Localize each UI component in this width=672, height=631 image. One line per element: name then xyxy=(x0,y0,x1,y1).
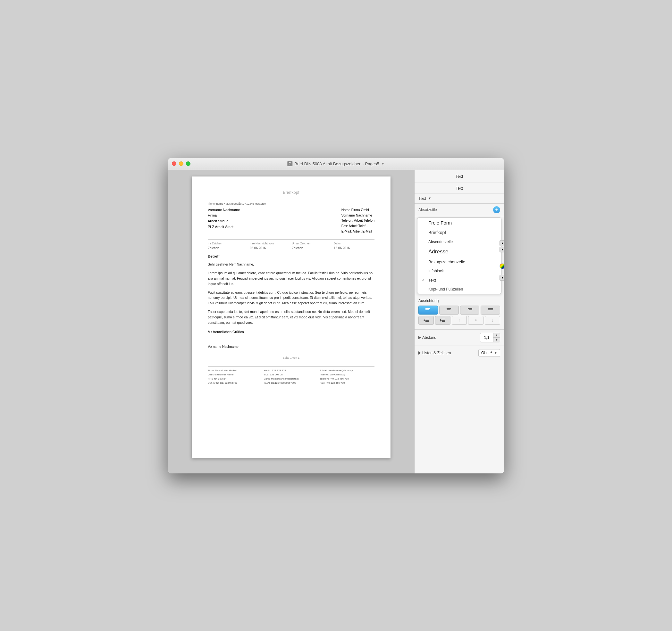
list-up-button[interactable]: ↑ xyxy=(452,316,467,325)
company-line-5: E-Mail: Arbeit E-Mail xyxy=(341,229,375,234)
footer-col-1: Firma Max Muster GmbH Geschäftsführer Na… xyxy=(208,369,263,385)
panel-title: Text xyxy=(414,170,504,183)
style-adresse[interactable]: Adresse xyxy=(417,246,501,257)
style-freie-form[interactable]: Freie Form xyxy=(417,218,501,228)
style-infoblock[interactable]: Infoblock xyxy=(417,267,501,275)
svg-rect-0 xyxy=(426,308,430,309)
style-briefkopf[interactable]: Briefkopf xyxy=(417,228,501,237)
maximize-button[interactable] xyxy=(186,161,190,166)
footer-col-2: Konto: 123 123 123 BLZ: 123 007 08 Bank:… xyxy=(264,369,319,385)
document-page[interactable]: Briefkopf Firmenname • Musterstraße 1 • … xyxy=(192,176,390,458)
align-justify-button[interactable] xyxy=(481,306,500,314)
bezug-nachricht-label: Ihre Nachricht vom xyxy=(250,242,290,246)
checkmark-absenderzeile xyxy=(422,239,426,244)
abstand-triangle[interactable] xyxy=(418,336,421,339)
style-dropdown-list: Freie Form Briefkopf Absenderzeile Adres… xyxy=(417,218,501,294)
company-line-2: Vorname Nachname xyxy=(341,213,375,218)
page-number: Seite 1 von 1 xyxy=(208,356,375,360)
paragraph-1: Lorem ipsum ad qui amet dolore, vitae ce… xyxy=(208,270,375,286)
abstand-stepper[interactable]: 1,1 ▲ ▼ xyxy=(480,333,500,343)
company-line-3: Telefon: Arbeit Telefon xyxy=(341,218,375,223)
svg-rect-4 xyxy=(447,309,451,310)
style-text[interactable]: ✓ Text xyxy=(417,275,501,285)
bezug-unser-zeichen-label: Unser Zeichen xyxy=(292,242,333,246)
footer-bank: Bank: Musterbank Musterstadt xyxy=(264,377,319,381)
add-style-button[interactable]: + xyxy=(493,206,500,213)
betreff: Betreff xyxy=(208,254,375,259)
abstand-label: Abstand xyxy=(418,335,477,340)
svg-rect-7 xyxy=(469,309,472,310)
titlebar: 7 Brief DIN 5008 A mit Bezugszeichen - P… xyxy=(168,158,504,170)
footer-col-3: E-Mail: mustermax@firma.xy Internet: www… xyxy=(320,369,375,385)
style-bezugszeichenzeile[interactable]: Bezugszeichenzeile xyxy=(417,257,501,267)
bezug-nachricht: Ihre Nachricht vom 08.06.2016 xyxy=(250,242,290,251)
align-right-button[interactable] xyxy=(460,306,480,314)
footer-ustid: USt-ID Nr. DE-123456789 xyxy=(208,381,263,385)
window-title: 7 Brief DIN 5008 A mit Bezugszeichen - P… xyxy=(287,161,384,166)
tab-text[interactable]: Text xyxy=(417,184,501,193)
bezug-nachricht-value: 08.06.2016 xyxy=(250,246,266,250)
color-picker-button[interactable] xyxy=(500,263,504,269)
checkmark-kopf-fuss xyxy=(422,287,426,292)
svg-rect-9 xyxy=(488,308,493,309)
list-down-button[interactable]: ↓ xyxy=(485,316,500,325)
indent-increase-button[interactable] xyxy=(435,316,451,325)
listen-section: Listen & Zeichen Ohne* ▼ xyxy=(414,346,504,360)
bezug-datum-value: 15.06.2016 xyxy=(334,246,350,250)
scroll-down-button[interactable]: ▼ xyxy=(500,247,504,252)
align-left-button[interactable] xyxy=(418,306,438,314)
right-panel: Text Text Text ▼ Absatzstile + Fr xyxy=(414,170,504,473)
text-style-arrow[interactable]: ▼ xyxy=(428,196,432,200)
absender-zeile: Firmenname • Musterstraße 1 • 12345 Must… xyxy=(208,202,375,206)
main-content: Briefkopf Firmenname • Musterstraße 1 • … xyxy=(168,170,504,473)
indent-decrease-button[interactable] xyxy=(418,316,434,325)
style-kopf-fuss[interactable]: Kopf- und Fußzeilen xyxy=(417,285,501,294)
footer-konto: Konto: 123 123 123 xyxy=(264,369,319,373)
paragraph-3: Facer expetenda ius te, sint mundi aperi… xyxy=(208,309,375,325)
checkmark-text: ✓ xyxy=(422,278,426,282)
app-window: 7 Brief DIN 5008 A mit Bezugszeichen - P… xyxy=(168,158,504,473)
svg-rect-18 xyxy=(442,320,445,321)
close-button[interactable] xyxy=(172,161,176,166)
abstand-section: Abstand 1,1 ▲ ▼ xyxy=(414,330,504,346)
bezug-datum: Datum 15.06.2016 xyxy=(334,242,375,251)
checkmark-infoblock xyxy=(422,269,426,273)
ausrichtung-section: Ausrichtung xyxy=(414,295,504,330)
minimize-button[interactable] xyxy=(179,161,184,166)
footer-iban: IBAN: DE123450000067890 xyxy=(264,381,319,385)
svg-rect-8 xyxy=(468,311,472,311)
company-line-1: Name Firma GmbH xyxy=(341,207,375,213)
app-icon: 7 xyxy=(287,161,292,166)
expand-button[interactable]: ▼ xyxy=(500,275,504,281)
svg-marker-12 xyxy=(424,319,425,322)
list-mid-button[interactable]: ✦ xyxy=(468,316,483,325)
scroll-up-button[interactable]: ▲ xyxy=(500,240,504,246)
document-footer: Firma Max Muster GmbH Geschäftsführer Na… xyxy=(208,367,375,385)
listen-label: Listen & Zeichen xyxy=(418,351,476,355)
footer-telefon: Telefon: +49 123 456 789 xyxy=(320,377,375,381)
style-absenderzeile[interactable]: Absenderzeile xyxy=(417,237,501,246)
listen-dropdown[interactable]: Ohne* ▼ xyxy=(478,349,500,357)
company-block: Name Firma GmbH Vorname Nachname Telefon… xyxy=(341,207,375,234)
svg-rect-5 xyxy=(447,311,451,311)
briefkopf-placeholder: Briefkopf xyxy=(208,186,375,199)
footer-email: E-Mail: mustermax@firma.xy xyxy=(320,369,375,373)
anrede: Sehr geehrter Herr Nachname, xyxy=(208,262,375,267)
bezug-ihr-zeichen: Ihr Zeichen Zeichen xyxy=(208,242,248,251)
listen-triangle[interactable] xyxy=(418,351,421,355)
listen-value: Ohne* xyxy=(481,351,492,355)
checkmark-freie-form xyxy=(422,220,426,225)
footer-internet: Internet: www.firma.xy xyxy=(320,373,375,377)
stepper-up[interactable]: ▲ xyxy=(494,333,500,337)
svg-rect-2 xyxy=(426,311,430,311)
checkmark-briefkopf xyxy=(422,230,426,235)
ausrichtung-label: Ausrichtung xyxy=(418,299,500,303)
checkmark-bezugs xyxy=(422,259,426,264)
unterschrift: Vorname Nachname xyxy=(208,344,375,350)
svg-marker-16 xyxy=(440,319,442,322)
document-area[interactable]: Briefkopf Firmenname • Musterstraße 1 • … xyxy=(168,170,414,473)
align-center-button[interactable] xyxy=(439,306,459,314)
stepper-down[interactable]: ▼ xyxy=(494,337,500,342)
svg-rect-3 xyxy=(447,308,451,309)
footer-fax: Fax: +49 123 456 780 xyxy=(320,381,375,385)
